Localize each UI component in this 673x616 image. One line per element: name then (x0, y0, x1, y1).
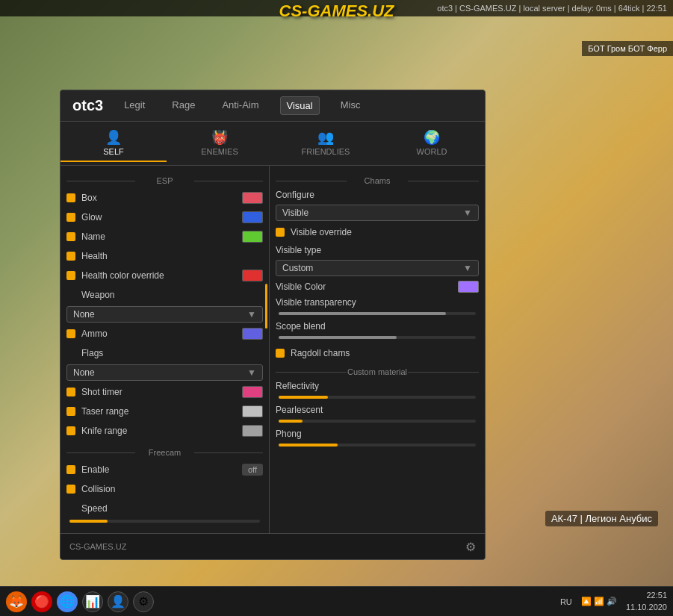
esp-health-color-box[interactable] (242, 270, 263, 281)
visible-type-dropdown-arrow: ▼ (463, 263, 472, 273)
top-bar-text: otc3 | CS-GAMES.UZ | local server | dela… (437, 4, 667, 13)
pearlescent-label: Pearlescent (276, 405, 479, 415)
visible-type-row: Visible type (276, 245, 479, 255)
freecam-speed-slider-container (66, 520, 263, 523)
tab-visual[interactable]: Visual (280, 96, 320, 115)
esp-ammo-checkbox[interactable] (66, 329, 75, 338)
right-panel: Chams Configure Visible ▼ Visible overri… (270, 166, 485, 560)
freecam-collision-checkbox[interactable] (66, 485, 75, 494)
freecam-enable-label: Enable (81, 464, 242, 475)
weapon-dropdown-arrow: ▼ (247, 309, 256, 320)
cs-header: CS-GAMES.UZ (279, 1, 394, 21)
configure-row: Configure (276, 190, 479, 200)
esp-ammo-color[interactable] (242, 328, 263, 340)
tab-misc[interactable]: Misc (335, 96, 367, 115)
esp-glow-color[interactable] (242, 211, 263, 223)
visible-transparency-row: Visible transparency (276, 297, 479, 308)
friendlies-icon: 👥 (317, 129, 334, 146)
esp-shot-timer-color[interactable] (242, 386, 263, 398)
panel-footer: CS-GAMES.UZ ⚙ (61, 533, 485, 559)
reflectivity-row: Reflectivity (276, 381, 479, 391)
esp-name-checkbox[interactable] (66, 232, 75, 241)
freecam-speed-slider[interactable] (69, 520, 260, 523)
reflectivity-fill (279, 396, 328, 399)
esp-glow-checkbox[interactable] (66, 213, 75, 222)
scope-blend-fill (279, 336, 397, 339)
esp-health-color-label: Health color override (81, 270, 242, 281)
flags-dropdown[interactable]: None ▼ (66, 364, 263, 381)
sub-nav-self[interactable]: 👤 SELF (61, 125, 167, 162)
esp-flags-row: Flags (66, 345, 263, 361)
taskbar-icons: 🦊 🔴 🌐 📊 👤 ⚙ (6, 591, 154, 612)
configure-dropdown[interactable]: Visible ▼ (276, 205, 479, 221)
freecam-speed-fill (69, 520, 108, 523)
esp-box-color[interactable] (242, 192, 263, 204)
visible-type-dropdown[interactable]: Custom ▼ (276, 260, 479, 276)
visible-override-label: Visible override (291, 227, 479, 237)
esp-ammo-row: Ammo (66, 326, 263, 342)
freecam-speed-row: Speed (66, 500, 263, 517)
esp-taser-range-row: Taser range (66, 403, 263, 420)
esp-glow-label: Glow (81, 212, 242, 223)
sub-nav-friendlies[interactable]: 👥 FRIENDLIES (273, 125, 379, 162)
tab-anti-aim[interactable]: Anti-Aim (216, 96, 264, 115)
freecam-speed-label: Speed (81, 503, 263, 514)
sub-nav-world[interactable]: 🌍 WORLD (379, 125, 485, 162)
reflectivity-slider[interactable] (279, 396, 476, 399)
esp-knife-range-checkbox[interactable] (66, 426, 75, 435)
taskbar-icon-person[interactable]: 👤 (108, 591, 128, 612)
scope-blend-row: Scope blend (276, 321, 479, 332)
self-icon: 👤 (105, 129, 122, 146)
visible-transparency-label: Visible transparency (276, 297, 479, 308)
visible-color-label: Visible Color (276, 281, 458, 292)
scope-blend-slider[interactable] (279, 336, 476, 339)
esp-knife-range-row: Knife range (66, 423, 263, 439)
taskbar-icon-firefox[interactable]: 🦊 (6, 591, 27, 612)
sub-nav-enemies[interactable]: 👹 ENEMIES (167, 125, 273, 162)
esp-weapon-label: Weapon (81, 290, 263, 300)
esp-name-color[interactable] (242, 231, 263, 243)
esp-taser-range-checkbox[interactable] (66, 407, 75, 416)
esp-weapon-row: Weapon (66, 287, 263, 303)
esp-health-label: Health (81, 251, 263, 261)
pearlescent-fill (279, 420, 303, 423)
taskbar-right: RU 🔼 📶 🔊 22:51 11.10.2020 (560, 590, 667, 613)
esp-shot-timer-checkbox[interactable] (66, 388, 75, 396)
visible-transparency-slider[interactable] (279, 312, 476, 315)
esp-knife-range-label: Knife range (81, 426, 242, 436)
taskbar-icon-yandex[interactable]: 🔴 (31, 591, 52, 612)
left-panel: ESP Box Glow Name (61, 166, 270, 560)
visible-override-checkbox[interactable] (276, 228, 285, 237)
taskbar-icon-chrome[interactable]: 🌐 (57, 591, 78, 612)
gear-icon[interactable]: ⚙ (465, 540, 476, 554)
reflectivity-label: Reflectivity (276, 381, 479, 391)
visible-color-box[interactable] (458, 281, 479, 293)
tab-legit[interactable]: Legit (118, 96, 151, 115)
weapon-dropdown[interactable]: None ▼ (66, 306, 263, 323)
esp-shot-timer-label: Shot timer (81, 387, 242, 397)
esp-health-color-row: Health color override (66, 267, 263, 284)
esp-taser-range-label: Taser range (81, 406, 242, 417)
phong-slider[interactable] (279, 444, 476, 447)
taskbar-icon-gear[interactable]: ⚙ (133, 591, 154, 612)
pearlescent-slider[interactable] (279, 420, 476, 423)
esp-shot-timer-row: Shot timer (66, 384, 263, 400)
freecam-collision-row: Collision (66, 481, 263, 497)
tab-rage[interactable]: Rage (166, 96, 201, 115)
taskbar-icon-graph[interactable]: 📊 (82, 591, 103, 612)
freecam-enable-toggle[interactable]: off (242, 464, 263, 476)
esp-taser-range-color[interactable] (242, 405, 263, 417)
ragdoll-chams-checkbox[interactable] (276, 349, 285, 358)
taskbar-icons-system: 🔼 📶 🔊 (581, 597, 617, 606)
visible-color-row: Visible Color (276, 281, 479, 293)
scope-blend-slider-container (276, 336, 479, 339)
esp-health-checkbox[interactable] (66, 252, 75, 261)
esp-box-checkbox[interactable] (66, 193, 75, 202)
esp-health-color-checkbox[interactable] (66, 271, 75, 280)
phong-label: Phong (276, 429, 479, 439)
esp-knife-range-color[interactable] (242, 425, 263, 437)
custom-material-section-header: Custom material (276, 367, 479, 376)
configure-label: Configure (276, 190, 479, 200)
taskbar-time: 22:51 11.10.2020 (626, 590, 667, 613)
freecam-enable-checkbox[interactable] (66, 465, 75, 474)
